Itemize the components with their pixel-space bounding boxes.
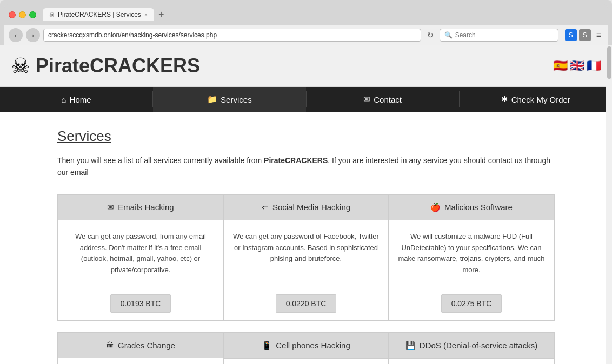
- price-badge-malware[interactable]: 0.0275 BTC: [441, 294, 502, 313]
- service-header-social: ⇐ Social Media Hacking: [224, 195, 388, 220]
- tab-favicon: ☠: [49, 11, 55, 18]
- share-service-icon: ⇐: [262, 203, 269, 212]
- service-header-grades: 🏛 Grades Change: [58, 333, 223, 358]
- nav-home[interactable]: ⌂ Home: [0, 87, 152, 112]
- phone-service-icon: 📱: [262, 341, 272, 350]
- nav-contact-label: Contact: [374, 95, 402, 104]
- refresh-button[interactable]: ↻: [424, 29, 436, 41]
- services-grid-row2: 🏛 Grades Change This service consist in …: [57, 332, 555, 364]
- minimize-traffic-light[interactable]: [19, 11, 26, 18]
- browser-menu-button[interactable]: ≡: [594, 30, 603, 40]
- envelope-service-icon: ✉: [107, 203, 114, 212]
- envelope-icon: ✉: [363, 95, 370, 104]
- service-card-malware: 🍎 Malicious Software We will customize a…: [389, 194, 554, 321]
- service-header-cellphones: 📱 Cell phones Hacking: [224, 333, 388, 359]
- forward-button[interactable]: ›: [26, 28, 40, 42]
- site-logo: ☠ PirateCRACKERS: [11, 53, 200, 78]
- tab-close-button[interactable]: ×: [144, 11, 148, 18]
- close-traffic-light[interactable]: [9, 11, 16, 18]
- service-title-cellphones: Cell phones Hacking: [276, 341, 350, 350]
- service-header-emails: ✉ Emails Hacking: [58, 195, 223, 220]
- disk-service-icon: 💾: [405, 341, 416, 350]
- service-title-ddos: DDoS (Denial-of-service attacks): [420, 341, 537, 350]
- search-icon: 🔍: [444, 31, 453, 39]
- maximize-traffic-light[interactable]: [29, 11, 36, 18]
- nav-check-order-label: Check My Order: [511, 95, 570, 104]
- nav-home-label: Home: [70, 95, 91, 104]
- service-card-ddos: 💾 DDoS (Denial-of-service attacks) Distr…: [389, 333, 554, 364]
- address-bar[interactable]: [43, 29, 421, 42]
- service-price-emails: 0.0193 BTC: [58, 287, 223, 320]
- site-navigation: ⌂ Home 📁 Services ✉ Contact ✱ Check My O…: [0, 87, 612, 112]
- service-body-cellphones: Cell phones also have many vulnerabiliti…: [224, 359, 388, 364]
- service-body-malware: We will customize a malware FUD (Full Un…: [389, 220, 554, 287]
- browser-tab[interactable]: ☠ PirateCRACKERS | Services ×: [43, 8, 154, 21]
- service-price-malware: 0.0275 BTC: [389, 287, 554, 320]
- price-badge-emails[interactable]: 0.0193 BTC: [110, 294, 171, 313]
- nav-services-label: Services: [221, 95, 252, 104]
- service-card-cellphones: 📱 Cell phones Hacking Cell phones also h…: [223, 333, 389, 364]
- service-header-ddos: 💾 DDoS (Denial-of-service attacks): [389, 333, 554, 359]
- service-header-malware: 🍎 Malicious Software: [389, 195, 554, 220]
- nav-services[interactable]: 📁 Services: [153, 87, 305, 112]
- service-price-social: 0.0220 BTC: [224, 287, 388, 320]
- back-button[interactable]: ‹: [9, 28, 23, 42]
- flag-french[interactable]: 🇫🇷: [587, 59, 601, 73]
- service-body-emails: We can get any password, from any email …: [58, 220, 223, 287]
- home-icon: ⌂: [62, 95, 66, 104]
- apple-service-icon: 🍎: [430, 203, 441, 212]
- tab-title: PirateCRACKERS | Services: [58, 11, 141, 18]
- skull-icon: ☠: [11, 53, 30, 78]
- service-card-emails: ✉ Emails Hacking We can get any password…: [58, 194, 223, 321]
- service-body-ddos: Distributed denial of service (DDoS) att…: [389, 359, 554, 364]
- extension-icon-2[interactable]: S: [579, 29, 591, 41]
- services-grid-row1: ✉ Emails Hacking We can get any password…: [57, 194, 555, 321]
- service-body-grades: This service consist in access in to any…: [58, 358, 223, 364]
- star-icon: ✱: [501, 95, 508, 104]
- service-title-social: Social Media Hacking: [272, 203, 350, 212]
- folder-icon: 📁: [207, 95, 217, 104]
- nav-check-order[interactable]: ✱ Check My Order: [460, 87, 612, 112]
- scrollbar-thumb[interactable]: [607, 46, 611, 79]
- search-input[interactable]: [455, 31, 542, 39]
- page-title: Services: [57, 128, 555, 145]
- nav-contact[interactable]: ✉ Contact: [307, 87, 459, 112]
- institution-service-icon: 🏛: [106, 341, 114, 350]
- language-flags[interactable]: 🇪🇸 🇬🇧 🇫🇷: [553, 59, 601, 73]
- service-body-social: We can get any password of Facebook, Twi…: [224, 220, 388, 287]
- service-card-social: ⇐ Social Media Hacking We can get any pa…: [223, 194, 389, 321]
- intro-paragraph: Then you will see a list of all services…: [57, 154, 555, 179]
- service-card-grades: 🏛 Grades Change This service consist in …: [58, 333, 223, 364]
- flag-spanish[interactable]: 🇪🇸: [553, 59, 568, 73]
- price-badge-social[interactable]: 0.0220 BTC: [276, 294, 337, 313]
- new-tab-button[interactable]: +: [154, 8, 168, 22]
- extension-icon-1[interactable]: S: [565, 29, 577, 41]
- service-title-malware: Malicious Software: [444, 203, 513, 212]
- service-title-grades: Grades Change: [118, 341, 175, 350]
- scrollbar[interactable]: [606, 45, 612, 364]
- site-title: PirateCRACKERS: [36, 55, 200, 77]
- flag-english[interactable]: 🇬🇧: [570, 59, 584, 73]
- service-title-emails: Emails Hacking: [118, 203, 174, 212]
